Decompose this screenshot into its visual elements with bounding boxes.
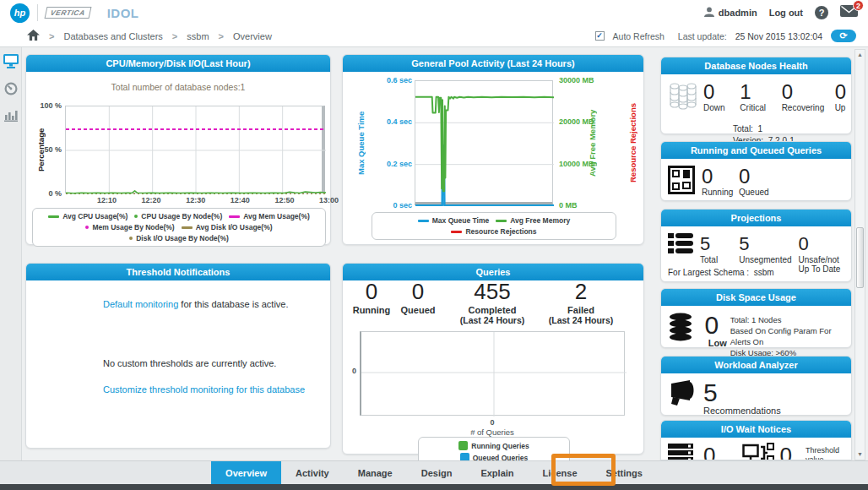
io-network-icon bbox=[742, 443, 774, 460]
legend-item: Running Queries bbox=[458, 441, 529, 450]
stat-up: 0 Up bbox=[835, 81, 846, 112]
scrollbar-down-arrow[interactable]: ▼ bbox=[855, 449, 865, 460]
breadcrumb-item-page[interactable]: Overview bbox=[233, 31, 272, 41]
stat-label: Recovering bbox=[782, 103, 825, 112]
customize-threshold-link[interactable]: Customize threshold monitoring for this … bbox=[103, 384, 313, 395]
stat-queued: 0 Queued bbox=[393, 279, 442, 325]
home-icon[interactable] bbox=[27, 29, 40, 44]
tab-overview[interactable]: Overview bbox=[211, 461, 281, 484]
chevron-icon: > bbox=[219, 31, 224, 41]
io-server-icon bbox=[668, 444, 698, 460]
tab-design[interactable]: Design bbox=[407, 461, 467, 484]
legend-item: Avg Disk I/O Usage(%) bbox=[182, 223, 273, 231]
queries-y-tick: 0 bbox=[348, 367, 356, 375]
tab-manage[interactable]: Manage bbox=[344, 461, 407, 484]
stat-total: 5 Total bbox=[700, 233, 732, 264]
legend-item: Max Queue Time bbox=[418, 216, 489, 225]
workload-analyzer-panel: Workload Analyzer 5 Recommendations bbox=[660, 356, 852, 416]
messages-icon[interactable]: 2 bbox=[840, 5, 858, 20]
legend-item: Resource Rejections bbox=[451, 227, 536, 236]
queries-chart bbox=[361, 332, 627, 416]
header-divider bbox=[37, 4, 38, 21]
general-pool-activity-chart bbox=[415, 81, 554, 206]
stat-low: 0 Low bbox=[697, 313, 727, 348]
help-icon[interactable]: ? bbox=[815, 6, 828, 19]
sidebar-overview-icon[interactable] bbox=[3, 54, 19, 72]
stat-sublabel: (Last 24 Hours) bbox=[460, 315, 524, 325]
panel-title: Threshold Notifications bbox=[26, 264, 330, 280]
cpu-chart-plot bbox=[65, 106, 325, 193]
refresh-controls: ✓ Auto Refresh Last update: 25 Nov 2015 … bbox=[595, 30, 856, 42]
legend-item: Avg Free Memory bbox=[496, 216, 570, 225]
panel-title: Database Nodes Health bbox=[661, 57, 851, 74]
vertica-logo: VERTICA bbox=[45, 7, 92, 19]
pool-far-right-axis-label: Resource Rejections bbox=[628, 72, 637, 214]
scrollbar-thumb[interactable] bbox=[856, 227, 864, 288]
stat-label: Failed bbox=[567, 305, 594, 315]
axis-tick: 0.6 sec bbox=[387, 76, 412, 84]
cpu-memory-disk-panel: CPU/Memory/Disk I/O(Last Hour) Total num… bbox=[25, 54, 331, 245]
hp-logo-icon: hp bbox=[10, 3, 30, 23]
stat-label: Unsegmented bbox=[739, 255, 791, 264]
stat-queued: 0 Queued bbox=[739, 166, 769, 197]
breadcrumb-item-databases[interactable]: Databases and Clusters bbox=[63, 31, 162, 41]
axis-tick: 50 % bbox=[44, 145, 62, 154]
pool-right-ticks: 30000 MB20000 MB10000 MB0 MB bbox=[559, 76, 606, 210]
disk-detail-line: Based On Config Param For Alerts On bbox=[730, 325, 846, 347]
threshold-line1: Default monitoring for this database is … bbox=[103, 299, 313, 309]
tab-activity[interactable]: Activity bbox=[281, 461, 344, 484]
queries-stats: 0 Running 0 Queued 455 Completed (Last 2… bbox=[350, 279, 620, 325]
stat-unsegmented: 5 Unsegmented bbox=[739, 233, 791, 264]
axis-tick: 0 MB bbox=[559, 201, 578, 210]
axis-tick: 13:00 bbox=[319, 196, 339, 204]
app-title: IDOL bbox=[107, 6, 139, 20]
axis-tick: 0 % bbox=[48, 189, 62, 198]
settings-highlight-annotation bbox=[551, 454, 616, 486]
sidebar-gauge-icon[interactable] bbox=[4, 82, 18, 99]
tab-explain[interactable]: Explain bbox=[466, 461, 528, 484]
breadcrumb: > Databases and Clusters > ssbm > Overvi… bbox=[0, 25, 868, 47]
axis-tick: 100 % bbox=[40, 101, 62, 110]
last-update-label: Last update: bbox=[678, 31, 727, 41]
workload-body: 5 Recommendations bbox=[661, 373, 851, 416]
panel-title: Workload Analyzer bbox=[661, 357, 851, 373]
sidebar-chart-icon[interactable] bbox=[4, 109, 18, 125]
io-wait-body: 0 0 Threshold value bbox=[661, 438, 851, 460]
stat-running: 0 Running bbox=[702, 166, 732, 197]
pool-chart-legend: Max Queue TimeAvg Free MemoryResource Re… bbox=[372, 212, 616, 240]
refresh-button[interactable]: ⟳ bbox=[831, 30, 856, 42]
panel-title: CPU/Memory/Disk I/O(Last Hour) bbox=[26, 55, 330, 72]
axis-tick: 12:10 bbox=[97, 196, 117, 204]
breadcrumb-item-database[interactable]: ssbm bbox=[187, 31, 209, 41]
stat-recommendations: 5 Recommendations bbox=[703, 380, 781, 416]
last-update-value: 25 Nov 2015 13:02:04 bbox=[735, 31, 822, 41]
pool-left-ticks: 0.6 sec0.4 sec0.2 sec0 sec bbox=[366, 76, 412, 210]
stat-label: Down bbox=[703, 103, 725, 112]
legend-item: Mem Usage By Node(%) bbox=[85, 223, 174, 231]
stat-label: Unsafe/not Up To Date bbox=[799, 255, 846, 274]
cpu-y-ticks: 100 %50 %0 % bbox=[33, 101, 62, 198]
legend-item: Disk I/O Usage By Node(%) bbox=[129, 234, 229, 242]
logout-button[interactable]: Log out bbox=[769, 8, 803, 18]
scrollbar-up-arrow[interactable]: ▲ bbox=[855, 50, 865, 60]
stat-failed: 2 Failed (Last 24 Hours) bbox=[542, 279, 620, 325]
customize-threshold-link-text[interactable]: Customize threshold monitoring for this … bbox=[103, 384, 305, 395]
stat-completed: 455 Completed (Last 24 Hours) bbox=[442, 279, 542, 325]
database-nodes-health-panel: Database Nodes Health 0 Down 1 Critical … bbox=[660, 57, 852, 134]
default-monitoring-link[interactable]: Default monitoring bbox=[103, 299, 178, 309]
io-wait-notices-panel: I/O Wait Notices 0 0 Threshold value bbox=[660, 420, 852, 460]
queries-panel: Queries 0 Running 0 Queued 455 Completed… bbox=[342, 263, 644, 455]
threshold-line1-rest: for this database is active. bbox=[178, 299, 288, 309]
hp-logo-text: hp bbox=[14, 8, 25, 18]
panel-title: Running and Queued Queries bbox=[661, 142, 851, 159]
io-stat-value: 0 bbox=[703, 444, 715, 460]
axis-tick: 0.2 sec bbox=[387, 160, 412, 168]
auto-refresh-checkbox[interactable]: ✓ bbox=[595, 31, 605, 41]
projections-footnote: For Largest Schema : ssbm bbox=[668, 268, 774, 277]
legend-item: CPU Usage By Node(%) bbox=[134, 212, 222, 220]
stat-running: 0 Running bbox=[350, 279, 393, 325]
vertical-scrollbar[interactable]: ▲ ▼ bbox=[854, 49, 865, 460]
stat-value: 5 bbox=[703, 380, 718, 406]
user-name[interactable]: dbadmin bbox=[719, 8, 757, 18]
axis-tick: 0 sec bbox=[393, 201, 412, 210]
